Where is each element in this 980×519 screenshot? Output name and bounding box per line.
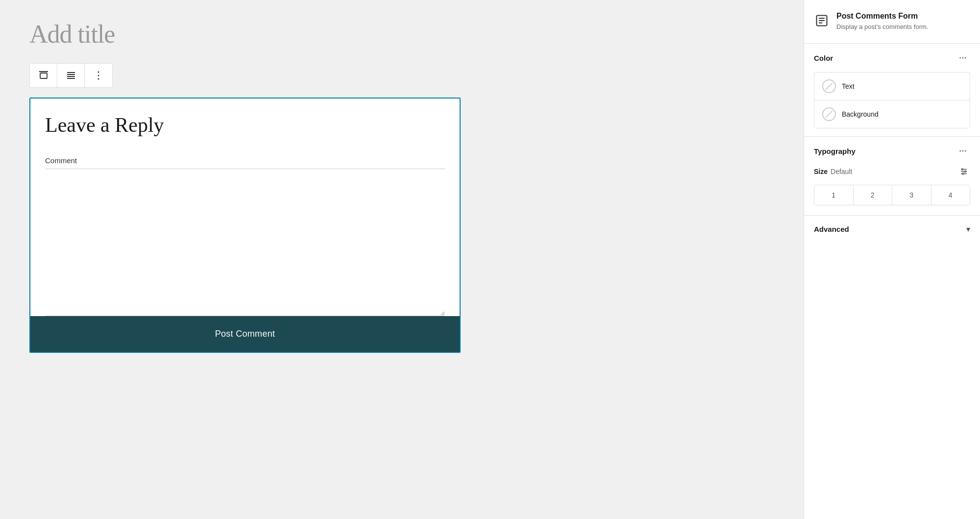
- toolbar-btn-more-options[interactable]: [85, 64, 112, 87]
- size-label: Size: [814, 168, 828, 175]
- svg-point-23: [962, 169, 963, 170]
- settings-sidebar: Post Comments Form Display a post's comm…: [804, 0, 980, 519]
- comment-label: Comment: [45, 156, 445, 165]
- block-toolbar: [29, 63, 113, 88]
- advanced-section-title: Advanced: [814, 225, 849, 233]
- svg-point-25: [962, 173, 964, 174]
- svg-point-17: [959, 150, 961, 152]
- block-info-header: Post Comments Form Display a post's comm…: [804, 0, 980, 44]
- size-option-1[interactable]: 1: [814, 185, 854, 205]
- post-comment-button[interactable]: Post Comment: [30, 316, 460, 352]
- text-color-swatch: [822, 79, 836, 93]
- editor-area: Add title: [0, 0, 804, 519]
- color-options: Text Background: [804, 72, 980, 136]
- color-option-background[interactable]: Background: [814, 100, 970, 128]
- typography-section-header[interactable]: Typography: [804, 137, 980, 165]
- typography-section-title: Typography: [814, 147, 856, 155]
- color-section-menu-btn[interactable]: [956, 52, 970, 63]
- svg-point-24: [965, 171, 966, 173]
- svg-point-14: [959, 57, 961, 59]
- svg-point-18: [962, 150, 964, 152]
- advanced-section-header[interactable]: Advanced ▾: [804, 216, 980, 243]
- advanced-section: Advanced ▾: [804, 216, 980, 243]
- comments-form-block: Leave a Reply Comment Post Comment: [29, 98, 461, 353]
- typography-content: Size Default 1 2 3 4: [804, 165, 980, 215]
- color-option-text[interactable]: Text: [814, 72, 970, 100]
- background-color-swatch: [822, 107, 836, 121]
- advanced-chevron-icon: ▾: [966, 224, 970, 234]
- toolbar-btn-align-top[interactable]: [30, 64, 57, 87]
- color-section: Color Text Background: [804, 44, 980, 137]
- size-filter-btn[interactable]: [957, 165, 970, 178]
- svg-point-16: [965, 57, 966, 59]
- block-description-label: Display a post's comments form.: [836, 23, 928, 31]
- svg-rect-1: [40, 73, 47, 78]
- background-color-label: Background: [842, 110, 879, 118]
- typography-section-menu-btn[interactable]: [956, 146, 970, 156]
- svg-point-19: [965, 150, 966, 152]
- color-section-title: Color: [814, 54, 833, 62]
- toolbar-btn-align-center[interactable]: [57, 64, 85, 87]
- comment-textarea[interactable]: [45, 169, 445, 316]
- svg-point-7: [98, 72, 99, 73]
- size-row: Size Default: [814, 165, 970, 178]
- svg-point-15: [962, 57, 964, 59]
- size-default-value: Default: [831, 168, 852, 175]
- page-title-placeholder[interactable]: Add title: [29, 20, 774, 49]
- typography-section: Typography Size Default: [804, 137, 980, 216]
- block-name-label: Post Comments Form: [836, 12, 928, 21]
- leave-reply-heading: Leave a Reply: [45, 113, 445, 137]
- svg-point-9: [98, 78, 99, 80]
- size-option-4[interactable]: 4: [931, 185, 970, 205]
- size-selector: 1 2 3 4: [814, 185, 970, 205]
- text-color-label: Text: [842, 82, 855, 90]
- svg-point-8: [98, 75, 99, 76]
- color-section-header[interactable]: Color: [804, 44, 980, 72]
- block-type-icon: [814, 13, 830, 28]
- size-option-3[interactable]: 3: [892, 185, 931, 205]
- size-option-2[interactable]: 2: [854, 185, 893, 205]
- block-info-text: Post Comments Form Display a post's comm…: [836, 12, 928, 31]
